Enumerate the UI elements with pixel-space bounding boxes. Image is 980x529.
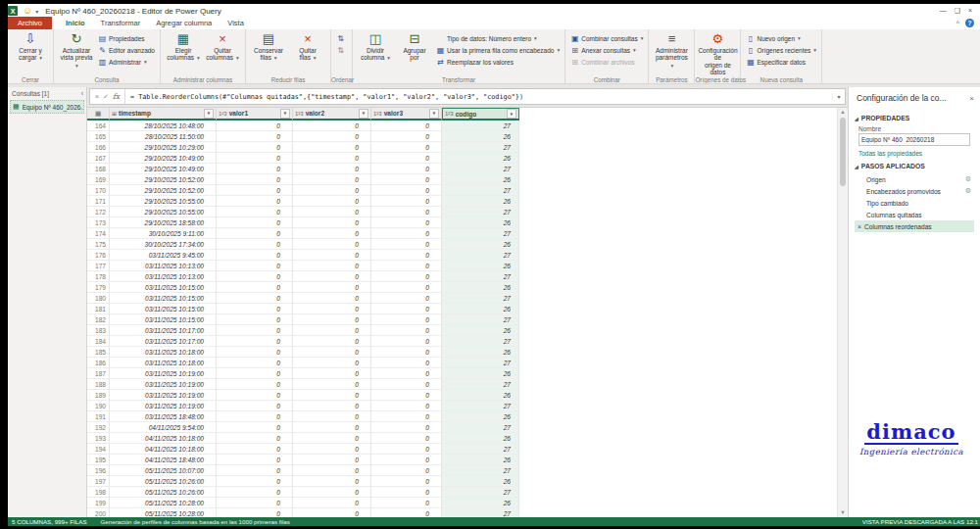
status-profiling-info[interactable]: Generación de perfiles de columnas basad… — [101, 518, 290, 525]
scroll-down-icon[interactable]: ▼ — [840, 508, 845, 517]
cell[interactable]: 03/11/2025 10:15:00 — [110, 282, 217, 293]
cell[interactable]: 0 — [217, 250, 293, 261]
refresh-preview-button[interactable]: ↻Actualizarvista previa ▾ — [57, 31, 96, 70]
cell[interactable]: 0 — [371, 422, 442, 433]
cell[interactable]: 0 — [293, 487, 371, 498]
cell[interactable]: 26 — [442, 153, 519, 164]
cell[interactable]: 0 — [293, 444, 371, 455]
cell[interactable]: 0 — [293, 250, 371, 261]
properties-section-header[interactable]: ◢ PROPIEDADES — [849, 111, 980, 123]
cell[interactable]: 0 — [371, 239, 442, 250]
cell[interactable]: 0 — [217, 185, 293, 196]
new-source-button[interactable]: ▯Nuevo origen▾ — [744, 32, 818, 44]
data-source-settings-button[interactable]: ⚙Configuración deorigen de datos — [698, 31, 737, 77]
row-number-cell[interactable]: 166 — [87, 142, 110, 153]
cell[interactable]: 26 — [442, 304, 519, 314]
advanced-editor-button[interactable]: ✎Editor avanzado — [96, 44, 157, 56]
cell[interactable]: 03/11/2025 10:15:00 — [110, 314, 217, 325]
cell[interactable]: 27 — [442, 271, 519, 282]
cell[interactable]: 0 — [371, 368, 442, 379]
remove-columns-button[interactable]: ×Quitarcolumnas ▾ — [203, 31, 242, 63]
group-by-button[interactable]: ⊟Agruparpor — [395, 31, 434, 63]
cell[interactable]: 0 — [371, 379, 442, 390]
cell[interactable]: 27 — [442, 444, 519, 455]
split-column-button[interactable]: ◫Dividircolumna ▾ — [356, 31, 395, 63]
cell[interactable]: 0 — [371, 347, 442, 358]
cell[interactable]: 0 — [371, 293, 442, 304]
cell[interactable]: 0 — [371, 164, 442, 174]
row-number-cell[interactable]: 183 — [87, 325, 110, 336]
cell[interactable]: 0 — [293, 239, 371, 250]
cell[interactable]: 03/11/2025 10:19:00 — [110, 390, 217, 401]
applied-step-origen[interactable]: Origen⚙ — [855, 173, 974, 185]
row-number-cell[interactable]: 177 — [87, 261, 110, 271]
collapse-queries-pane-icon[interactable]: ‹ — [81, 90, 83, 97]
manage-button[interactable]: ▥Administrar▾ — [96, 56, 157, 68]
cell[interactable]: 0 — [293, 185, 371, 196]
cell[interactable]: 29/10/2025 10:49:00 — [110, 164, 217, 174]
cell[interactable]: 0 — [293, 390, 371, 401]
column-header-valor2[interactable]: 1²3valor2▾ — [293, 108, 371, 120]
row-number-cell[interactable]: 170 — [87, 185, 110, 196]
feedback-smiley-icon[interactable]: ☺ — [23, 6, 32, 16]
cell[interactable]: 03/11/2025 10:13:00 — [110, 271, 217, 282]
cell[interactable]: 26 — [442, 347, 519, 358]
cell[interactable]: 26 — [442, 282, 519, 293]
help-icon[interactable]: ? — [965, 19, 974, 27]
row-number-cell[interactable]: 199 — [87, 498, 110, 508]
cell[interactable]: 0 — [217, 314, 293, 325]
cell[interactable]: 0 — [217, 325, 293, 336]
cell[interactable]: 27 — [442, 164, 519, 174]
row-number-cell[interactable]: 193 — [87, 433, 110, 444]
cell[interactable]: 30/10/2025 9:11:00 — [110, 228, 217, 239]
cell[interactable]: 0 — [293, 293, 371, 304]
cell[interactable]: 29/10/2025 10:55:00 — [110, 196, 217, 207]
cell[interactable]: 27 — [442, 250, 519, 261]
cell[interactable]: 0 — [217, 271, 293, 282]
row-number-cell[interactable]: 196 — [87, 465, 110, 476]
choose-columns-button[interactable]: ▦Elegircolumnas ▾ — [164, 31, 203, 63]
row-number-cell[interactable]: 191 — [87, 411, 110, 422]
row-number-cell[interactable]: 197 — [87, 476, 110, 487]
cell[interactable]: 26 — [442, 196, 519, 207]
enter-data-button[interactable]: ▦Especificar datos — [744, 56, 818, 68]
cell[interactable]: 0 — [371, 508, 442, 517]
cell[interactable]: 0 — [217, 379, 293, 390]
cell[interactable]: 0 — [293, 261, 371, 271]
cell[interactable]: 29/10/2025 10:29:00 — [110, 142, 217, 153]
tab-agregar-columna[interactable]: Agregar columna — [148, 17, 220, 29]
cell[interactable]: 05/11/2025 10:28:00 — [110, 508, 217, 517]
cell[interactable]: 26 — [442, 325, 519, 336]
cell[interactable]: 03/11/2025 10:19:00 — [110, 401, 217, 411]
cell[interactable]: 0 — [293, 228, 371, 239]
step-settings-gear-icon[interactable]: ⚙ — [965, 187, 971, 195]
cell[interactable]: 0 — [293, 153, 371, 164]
cell[interactable]: 26 — [442, 368, 519, 379]
cell[interactable]: 0 — [371, 325, 442, 336]
cell[interactable]: 0 — [293, 347, 371, 358]
keep-rows-button[interactable]: ▤Conservarfilas ▾ — [249, 31, 288, 63]
tab-vista[interactable]: Vista — [220, 17, 252, 29]
cell[interactable]: 27 — [442, 185, 519, 196]
cell[interactable]: 0 — [293, 174, 371, 185]
cell[interactable]: 0 — [293, 207, 371, 217]
applied-step-columnas-reordenadas[interactable]: ×Columnas reordenadas — [855, 220, 974, 232]
cell[interactable]: 0 — [371, 498, 442, 508]
query-list-item[interactable]: ▦Equipo Nº 460_2026... — [10, 100, 84, 114]
row-number-cell[interactable]: 167 — [87, 153, 110, 164]
use-first-row-headers-button[interactable]: ▦Usar la primera fila como encabezado▾ — [434, 44, 562, 56]
cell[interactable]: 0 — [217, 411, 293, 422]
filter-dropdown-icon[interactable]: ▾ — [507, 109, 516, 119]
cell[interactable]: 27 — [442, 293, 519, 304]
column-header-valor3[interactable]: 1²3valor3▾ — [371, 108, 442, 120]
tab-inicio[interactable]: Inicio — [58, 17, 93, 29]
formula-cancel-icon[interactable]: × — [95, 93, 99, 100]
quick-access-dropdown-icon[interactable]: ▾ — [35, 8, 38, 15]
cell[interactable]: 0 — [371, 465, 442, 476]
scrollbar-thumb[interactable] — [840, 118, 846, 186]
cell[interactable]: 03/11/2025 10:19:00 — [110, 379, 217, 390]
cell[interactable]: 27 — [442, 487, 519, 498]
cell[interactable]: 0 — [293, 465, 371, 476]
row-number-cell[interactable]: 184 — [87, 336, 110, 347]
cell[interactable]: 0 — [217, 390, 293, 401]
